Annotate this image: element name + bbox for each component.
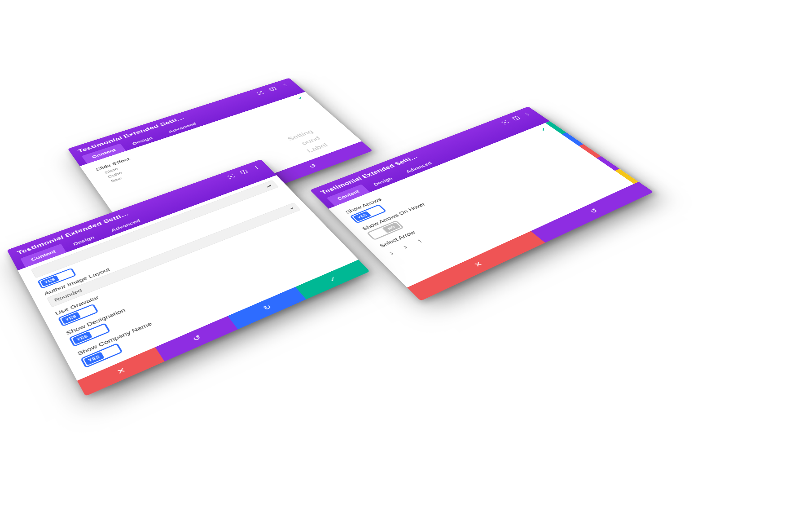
check-icon: ✓ [327, 275, 339, 283]
arrow-style-option[interactable]: › [387, 250, 395, 256]
chevron-down-icon: ▾ [289, 206, 294, 210]
window-target-icon[interactable] [255, 90, 265, 96]
redo-icon: ↻ [262, 303, 273, 312]
svg-point-16 [527, 115, 529, 115]
close-icon: ✕ [115, 366, 127, 376]
svg-point-9 [255, 166, 256, 167]
svg-point-15 [526, 114, 528, 115]
undo-icon: ↺ [191, 333, 203, 343]
svg-point-14 [525, 113, 527, 114]
more-vert-icon[interactable] [522, 111, 532, 117]
more-vert-icon[interactable] [251, 164, 261, 170]
arrow-style-option[interactable]: ↑ [415, 238, 425, 245]
svg-point-12 [504, 122, 506, 123]
undo-icon: ↺ [307, 163, 318, 170]
dropdown-value [37, 269, 41, 274]
svg-point-5 [284, 84, 286, 85]
svg-point-4 [283, 84, 285, 84]
partially-occluded-section-labels: Setting ound Label [286, 129, 329, 156]
updown-icon: ▴▾ [265, 184, 272, 188]
more-vert-icon[interactable] [280, 82, 290, 88]
window-target-icon[interactable] [226, 173, 236, 180]
window-target-icon[interactable] [500, 119, 510, 125]
undo-icon: ↺ [588, 207, 600, 215]
window-layout-icon[interactable] [239, 169, 249, 175]
window-layout-icon[interactable] [511, 115, 521, 121]
window-layout-icon[interactable] [268, 86, 277, 92]
svg-point-11 [257, 168, 259, 169]
svg-point-10 [255, 167, 257, 167]
svg-point-6 [285, 85, 287, 86]
close-icon: ✕ [472, 260, 484, 269]
arrow-style-option[interactable]: › [401, 244, 409, 251]
svg-point-7 [230, 176, 232, 177]
svg-point-2 [259, 93, 261, 93]
